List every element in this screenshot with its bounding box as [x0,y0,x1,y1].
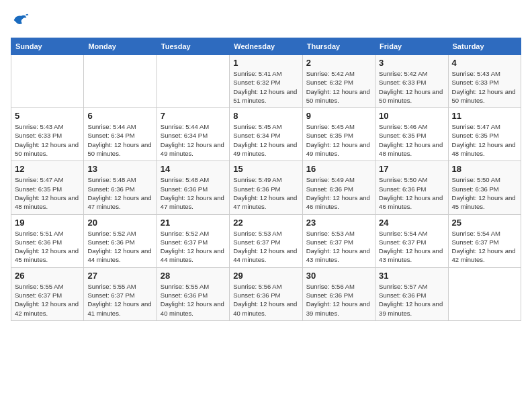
calendar-week-row: 26 Sunrise: 5:55 AMSunset: 6:37 PMDaylig… [11,267,521,320]
calendar-cell: 30 Sunrise: 5:56 AMSunset: 6:36 PMDaylig… [302,267,375,320]
day-number: 23 [306,218,371,228]
day-number: 27 [87,271,152,281]
calendar-cell: 13 Sunrise: 5:48 AMSunset: 6:36 PMDaylig… [84,161,157,214]
calendar-week-row: 12 Sunrise: 5:47 AMSunset: 6:35 PMDaylig… [11,161,521,214]
day-detail: Sunrise: 5:55 AMSunset: 6:36 PMDaylight:… [161,282,226,318]
calendar-cell: 20 Sunrise: 5:52 AMSunset: 6:36 PMDaylig… [84,214,157,267]
day-detail: Sunrise: 5:44 AMSunset: 6:34 PMDaylight:… [87,122,152,158]
calendar-cell: 28 Sunrise: 5:55 AMSunset: 6:36 PMDaylig… [157,267,229,320]
calendar-cell: 18 Sunrise: 5:50 AMSunset: 6:36 PMDaylig… [448,161,521,214]
day-detail: Sunrise: 5:45 AMSunset: 6:34 PMDaylight:… [233,122,298,158]
day-number: 30 [306,271,371,281]
day-detail: Sunrise: 5:48 AMSunset: 6:36 PMDaylight:… [87,175,152,211]
calendar-cell: 23 Sunrise: 5:53 AMSunset: 6:37 PMDaylig… [302,214,375,267]
day-detail: Sunrise: 5:50 AMSunset: 6:36 PMDaylight:… [452,175,517,211]
day-detail: Sunrise: 5:51 AMSunset: 6:36 PMDaylight:… [15,229,80,265]
calendar-table: SundayMondayTuesdayWednesdayThursdayFrid… [11,38,521,321]
day-number: 16 [306,164,371,174]
day-number: 12 [15,164,80,174]
calendar-cell: 3 Sunrise: 5:42 AMSunset: 6:33 PMDayligh… [375,55,448,108]
day-detail: Sunrise: 5:55 AMSunset: 6:37 PMDaylight:… [87,282,152,318]
weekday-header: Wednesday [230,38,302,55]
day-number: 1 [233,58,298,68]
day-detail: Sunrise: 5:48 AMSunset: 6:36 PMDaylight:… [161,175,226,211]
calendar-cell: 27 Sunrise: 5:55 AMSunset: 6:37 PMDaylig… [84,267,157,320]
day-detail: Sunrise: 5:47 AMSunset: 6:35 PMDaylight:… [15,175,80,211]
day-number: 7 [161,111,226,121]
day-number: 17 [379,164,444,174]
calendar-cell: 17 Sunrise: 5:50 AMSunset: 6:36 PMDaylig… [375,161,448,214]
calendar-cell: 7 Sunrise: 5:44 AMSunset: 6:34 PMDayligh… [157,108,229,161]
day-number: 4 [452,58,517,68]
calendar-cell: 19 Sunrise: 5:51 AMSunset: 6:36 PMDaylig… [11,214,84,267]
calendar-cell: 21 Sunrise: 5:52 AMSunset: 6:37 PMDaylig… [157,214,229,267]
day-detail: Sunrise: 5:42 AMSunset: 6:33 PMDaylight:… [379,69,444,105]
day-number: 6 [87,111,152,121]
calendar-cell: 6 Sunrise: 5:44 AMSunset: 6:34 PMDayligh… [84,108,157,161]
day-detail: Sunrise: 5:52 AMSunset: 6:37 PMDaylight:… [161,229,226,265]
day-detail: Sunrise: 5:49 AMSunset: 6:36 PMDaylight:… [233,175,298,211]
day-detail: Sunrise: 5:50 AMSunset: 6:36 PMDaylight:… [379,175,444,211]
day-detail: Sunrise: 5:53 AMSunset: 6:37 PMDaylight:… [233,229,298,265]
calendar-week-row: 19 Sunrise: 5:51 AMSunset: 6:36 PMDaylig… [11,214,521,267]
weekday-header: Monday [84,38,157,55]
day-detail: Sunrise: 5:43 AMSunset: 6:33 PMDaylight:… [452,69,517,105]
calendar-cell: 2 Sunrise: 5:42 AMSunset: 6:32 PMDayligh… [302,55,375,108]
day-detail: Sunrise: 5:41 AMSunset: 6:32 PMDaylight:… [233,69,298,105]
calendar-cell [84,55,157,108]
day-detail: Sunrise: 5:44 AMSunset: 6:34 PMDaylight:… [161,122,226,158]
calendar-cell [157,55,229,108]
weekday-header: Friday [375,38,448,55]
day-detail: Sunrise: 5:54 AMSunset: 6:37 PMDaylight:… [452,229,517,265]
day-number: 11 [452,111,517,121]
day-detail: Sunrise: 5:49 AMSunset: 6:36 PMDaylight:… [306,175,371,211]
calendar-week-row: 1 Sunrise: 5:41 AMSunset: 6:32 PMDayligh… [11,55,521,108]
day-number: 21 [161,218,226,228]
calendar-cell: 4 Sunrise: 5:43 AMSunset: 6:33 PMDayligh… [448,55,521,108]
calendar-cell: 26 Sunrise: 5:55 AMSunset: 6:37 PMDaylig… [11,267,84,320]
calendar-cell: 9 Sunrise: 5:45 AMSunset: 6:35 PMDayligh… [302,108,375,161]
day-number: 19 [15,218,80,228]
day-number: 24 [379,218,444,228]
day-number: 25 [452,218,517,228]
day-detail: Sunrise: 5:55 AMSunset: 6:37 PMDaylight:… [15,282,80,318]
day-number: 9 [306,111,371,121]
weekday-header: Saturday [448,38,521,55]
day-number: 22 [233,218,298,228]
weekday-header: Thursday [302,38,375,55]
calendar-cell: 31 Sunrise: 5:57 AMSunset: 6:36 PMDaylig… [375,267,448,320]
day-number: 5 [15,111,80,121]
calendar-cell: 5 Sunrise: 5:43 AMSunset: 6:33 PMDayligh… [11,108,84,161]
day-number: 18 [452,164,517,174]
day-number: 29 [233,271,298,281]
calendar-cell: 11 Sunrise: 5:47 AMSunset: 6:35 PMDaylig… [448,108,521,161]
calendar-cell: 22 Sunrise: 5:53 AMSunset: 6:37 PMDaylig… [230,214,302,267]
day-number: 28 [161,271,226,281]
calendar-cell: 1 Sunrise: 5:41 AMSunset: 6:32 PMDayligh… [230,55,302,108]
calendar-cell: 29 Sunrise: 5:56 AMSunset: 6:36 PMDaylig… [230,267,302,320]
day-detail: Sunrise: 5:52 AMSunset: 6:36 PMDaylight:… [87,229,152,265]
day-number: 3 [379,58,444,68]
calendar-cell: 24 Sunrise: 5:54 AMSunset: 6:37 PMDaylig… [375,214,448,267]
day-number: 26 [15,271,80,281]
calendar-cell: 16 Sunrise: 5:49 AMSunset: 6:36 PMDaylig… [302,161,375,214]
day-detail: Sunrise: 5:57 AMSunset: 6:36 PMDaylight:… [379,282,444,318]
day-number: 15 [233,164,298,174]
day-detail: Sunrise: 5:53 AMSunset: 6:37 PMDaylight:… [306,229,371,265]
day-number: 2 [306,58,371,68]
day-detail: Sunrise: 5:45 AMSunset: 6:35 PMDaylight:… [306,122,371,158]
day-number: 20 [87,218,152,228]
calendar-cell: 25 Sunrise: 5:54 AMSunset: 6:37 PMDaylig… [448,214,521,267]
day-detail: Sunrise: 5:42 AMSunset: 6:32 PMDaylight:… [306,69,371,105]
page-header [11,11,521,30]
day-number: 14 [161,164,226,174]
day-detail: Sunrise: 5:56 AMSunset: 6:36 PMDaylight:… [233,282,298,318]
day-detail: Sunrise: 5:54 AMSunset: 6:37 PMDaylight:… [379,229,444,265]
day-detail: Sunrise: 5:47 AMSunset: 6:35 PMDaylight:… [452,122,517,158]
weekday-header-row: SundayMondayTuesdayWednesdayThursdayFrid… [11,38,521,55]
day-detail: Sunrise: 5:46 AMSunset: 6:35 PMDaylight:… [379,122,444,158]
weekday-header: Tuesday [157,38,229,55]
calendar-cell: 14 Sunrise: 5:48 AMSunset: 6:36 PMDaylig… [157,161,229,214]
calendar-cell [11,55,84,108]
day-number: 8 [233,111,298,121]
